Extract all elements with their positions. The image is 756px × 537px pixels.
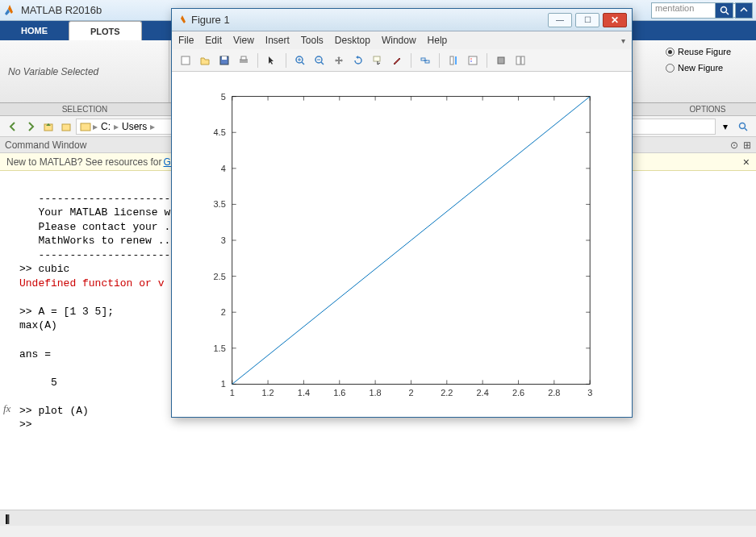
svg-rect-9 (222, 56, 227, 60)
menu-tools[interactable]: Tools (301, 35, 324, 46)
new-figure-label: New Figure (678, 63, 723, 73)
layout-icon[interactable]: ⊞ (743, 139, 751, 151)
radio-icon (666, 48, 675, 56)
show-tools-button[interactable] (512, 52, 529, 69)
zoom-out-button[interactable] (311, 52, 328, 69)
breadcrumb-users[interactable]: Users (120, 121, 148, 132)
menu-window[interactable]: Window (382, 35, 416, 46)
svg-text:3: 3 (587, 388, 592, 398)
datacursor-button[interactable] (369, 52, 386, 69)
svg-text:2.8: 2.8 (548, 388, 560, 398)
svg-text:2.4: 2.4 (477, 388, 489, 398)
figure-menubar: File Edit View Insert Tools Desktop Wind… (172, 31, 632, 49)
svg-text:1: 1 (221, 379, 226, 389)
minimize-panel-icon[interactable]: ⊙ (730, 139, 738, 151)
pan-button[interactable] (330, 52, 348, 69)
breadcrumb-dropdown[interactable]: ▾ (717, 119, 733, 135)
figure-title: Figure 1 (191, 14, 545, 26)
svg-text:5: 5 (221, 92, 226, 102)
doc-search-input[interactable]: mentation (651, 2, 716, 19)
zoom-in-button[interactable] (291, 52, 309, 69)
save-button[interactable] (215, 52, 233, 69)
search-folder-button[interactable] (735, 119, 751, 135)
svg-text:2.5: 2.5 (214, 272, 226, 281)
figure-window[interactable]: Figure 1 — ☐ ✕ File Edit View Insert Too… (171, 8, 633, 418)
menu-view[interactable]: View (233, 35, 254, 46)
svg-text:2.6: 2.6 (512, 388, 524, 398)
legend-button[interactable] (464, 52, 482, 69)
menu-insert[interactable]: Insert (265, 35, 290, 46)
svg-text:3: 3 (221, 235, 226, 245)
status-bar: |||| (0, 510, 756, 526)
search-button[interactable] (716, 2, 733, 19)
menu-overflow-icon[interactable]: ▾ (621, 36, 625, 45)
tab-plots[interactable]: PLOTS (69, 21, 142, 40)
status-busy-icon: |||| (5, 513, 8, 524)
menu-desktop[interactable]: Desktop (335, 35, 370, 46)
print-button[interactable] (235, 52, 253, 69)
svg-rect-4 (81, 123, 90, 131)
menu-edit[interactable]: Edit (205, 35, 222, 46)
up-button[interactable] (40, 119, 56, 135)
hide-tools-button[interactable] (492, 52, 510, 69)
figure-minimize-button[interactable]: — (548, 13, 572, 27)
pointer-button[interactable] (263, 52, 281, 69)
svg-rect-19 (374, 56, 380, 61)
svg-rect-7 (182, 56, 190, 65)
back-button[interactable] (5, 119, 21, 135)
svg-text:2: 2 (408, 388, 413, 398)
figure-toolbar (172, 49, 632, 72)
menu-help[interactable]: Help (428, 35, 448, 46)
svg-text:2: 2 (221, 307, 226, 317)
svg-line-1 (726, 12, 729, 15)
svg-text:1.8: 1.8 (369, 388, 381, 398)
svg-text:2.2: 2.2 (441, 388, 453, 398)
figure-titlebar[interactable]: Figure 1 — ☐ ✕ (172, 9, 632, 31)
radio-icon (666, 64, 675, 73)
plot-svg: 11.21.41.61.822.22.42.62.8311.522.533.54… (172, 72, 632, 417)
svg-rect-25 (469, 56, 477, 65)
new-figure-button[interactable] (177, 52, 194, 69)
breadcrumb-drive[interactable]: C: (99, 121, 112, 132)
banner-text: New to MATLAB? See resources for (6, 156, 162, 168)
selection-panel-label: SELECTION (0, 103, 169, 116)
fx-icon[interactable]: fx (3, 402, 10, 416)
rotate-button[interactable] (349, 52, 367, 69)
folder-button[interactable] (58, 119, 74, 135)
new-figure-radio[interactable]: New Figure (666, 63, 750, 73)
forward-button[interactable] (23, 119, 39, 135)
svg-text:1.2: 1.2 (261, 388, 274, 398)
no-variable-text: No Variable Selected (8, 44, 161, 99)
link-button[interactable] (416, 52, 434, 69)
svg-rect-24 (455, 56, 457, 65)
svg-rect-3 (62, 124, 70, 131)
brush-button[interactable] (388, 52, 406, 69)
svg-rect-23 (450, 56, 453, 65)
collapse-ribbon-button[interactable] (735, 2, 753, 19)
svg-line-17 (321, 62, 324, 65)
svg-rect-28 (498, 57, 504, 64)
command-window-title: Command Window (5, 139, 86, 151)
svg-rect-11 (241, 56, 246, 60)
svg-text:1: 1 (230, 388, 235, 398)
colorbar-button[interactable] (445, 52, 462, 69)
svg-rect-30 (521, 56, 524, 65)
reuse-figure-radio[interactable]: Reuse Figure (666, 47, 750, 56)
options-panel-label: OPTIONS (659, 103, 756, 116)
matlab-figure-icon (177, 15, 188, 26)
folder-icon (80, 121, 91, 132)
svg-point-5 (740, 123, 746, 128)
banner-close-button[interactable]: × (743, 156, 750, 169)
figure-close-button[interactable]: ✕ (603, 13, 627, 27)
svg-text:1.6: 1.6 (333, 388, 345, 398)
reuse-figure-label: Reuse Figure (678, 47, 731, 56)
open-button[interactable] (196, 52, 214, 69)
svg-text:4: 4 (221, 164, 226, 173)
svg-text:1.5: 1.5 (214, 343, 226, 353)
figure-canvas[interactable]: 11.21.41.61.822.22.42.62.8311.522.533.54… (172, 72, 632, 417)
svg-text:4.5: 4.5 (214, 127, 226, 137)
svg-text:1.4: 1.4 (298, 388, 310, 398)
menu-file[interactable]: File (178, 35, 194, 46)
figure-maximize-button[interactable]: ☐ (575, 13, 599, 27)
tab-home[interactable]: HOME (0, 21, 69, 40)
